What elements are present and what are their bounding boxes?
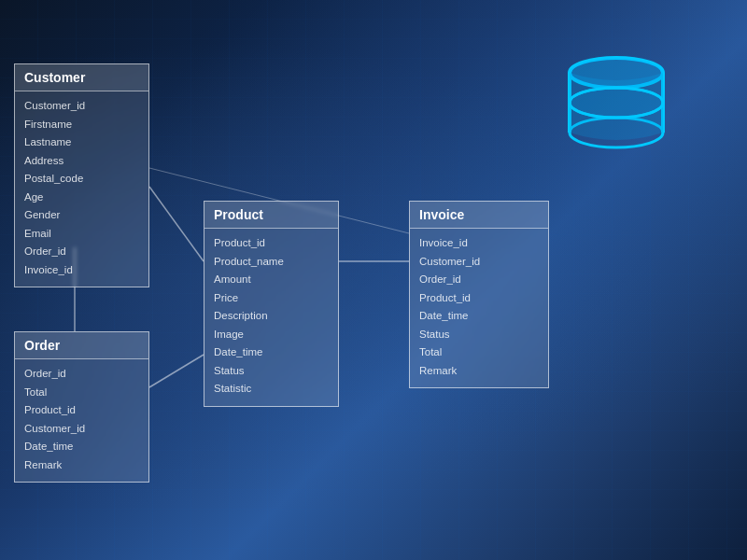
invoice-field-3: Product_id: [419, 289, 539, 308]
customer-field-6: Gender: [24, 206, 139, 225]
product-field-2: Amount: [214, 271, 329, 289]
order-fields: Order_id Total Product_id Customer_id Da…: [15, 359, 148, 482]
entity-product: Product Product_id Product_name Amount P…: [204, 201, 339, 407]
customer-field-8: Order_id: [24, 243, 139, 261]
customer-title: Customer: [15, 64, 148, 91]
order-field-4: Date_time: [24, 438, 139, 456]
invoice-title: Invoice: [410, 202, 548, 229]
customer-field-0: Customer_id: [24, 97, 139, 116]
invoice-field-1: Customer_id: [419, 253, 539, 272]
product-field-5: Image: [214, 326, 329, 344]
product-field-3: Price: [214, 289, 329, 308]
customer-field-4: Postal_code: [24, 170, 139, 189]
invoice-field-5: Status: [419, 326, 539, 344]
customer-field-2: Lastname: [24, 133, 139, 152]
svg-point-6: [570, 88, 663, 118]
entity-customer: Customer Customer_id Firstname Lastname …: [14, 63, 149, 287]
customer-field-3: Address: [24, 152, 139, 171]
invoice-fields: Invoice_id Customer_id Order_id Product_…: [410, 229, 548, 387]
product-title: Product: [204, 202, 338, 229]
order-field-1: Total: [24, 384, 139, 402]
order-field-5: Remark: [24, 456, 139, 475]
customer-field-9: Invoice_id: [24, 261, 139, 280]
invoice-field-0: Invoice_id: [419, 234, 539, 253]
customer-field-1: Firstname: [24, 116, 139, 134]
product-field-1: Product_name: [214, 253, 329, 272]
database-icon: [560, 56, 672, 149]
entity-order: Order Order_id Total Product_id Customer…: [14, 331, 149, 483]
invoice-field-7: Remark: [419, 362, 539, 381]
product-field-7: Status: [214, 362, 329, 381]
order-field-2: Product_id: [24, 401, 139, 420]
product-field-8: Statistic: [214, 380, 329, 399]
invoice-field-4: Date_time: [419, 307, 539, 326]
product-field-0: Product_id: [214, 234, 329, 253]
order-field-0: Order_id: [24, 365, 139, 384]
entity-invoice: Invoice Invoice_id Customer_id Order_id …: [409, 201, 549, 388]
customer-field-5: Age: [24, 189, 139, 207]
svg-point-5: [570, 58, 663, 88]
customer-fields: Customer_id Firstname Lastname Address P…: [15, 91, 148, 287]
invoice-field-2: Order_id: [419, 271, 539, 289]
order-field-3: Customer_id: [24, 420, 139, 439]
product-field-6: Date_time: [214, 343, 329, 362]
customer-field-7: Email: [24, 225, 139, 244]
product-fields: Product_id Product_name Amount Price Des…: [204, 229, 338, 406]
product-field-4: Description: [214, 307, 329, 326]
invoice-field-6: Total: [419, 343, 539, 362]
order-title: Order: [15, 332, 148, 359]
